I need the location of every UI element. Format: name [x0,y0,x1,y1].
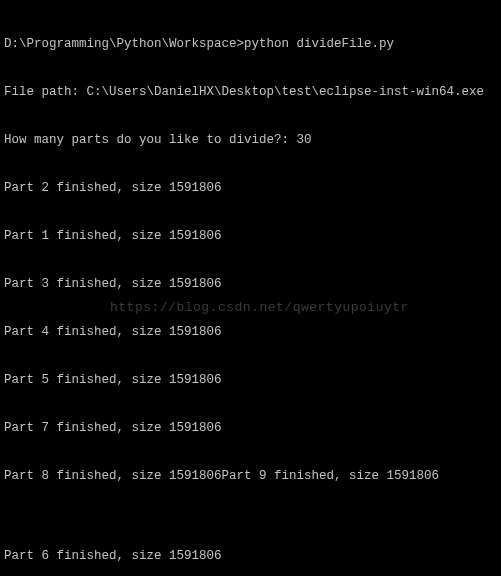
output-line: Part 4 finished, size 1591806 [4,324,501,340]
output-line: Part 5 finished, size 1591806 [4,372,501,388]
output-line: Part 7 finished, size 1591806 [4,420,501,436]
output-line: Part 6 finished, size 1591806 [4,548,501,564]
file-path-input-line: File path: C:\Users\DanielHX\Desktop\tes… [4,84,501,100]
terminal-window[interactable]: D:\Programming\Python\Workspace>python d… [0,0,501,576]
command-prompt-line: D:\Programming\Python\Workspace>python d… [4,36,501,52]
output-line: Part 3 finished, size 1591806 [4,276,501,292]
output-line: Part 8 finished, size 1591806Part 9 fini… [4,468,501,484]
watermark-text: https://blog.csdn.net/qwertyupoiuytr [110,300,409,316]
output-line: Part 2 finished, size 1591806 [4,180,501,196]
output-line: Part 1 finished, size 1591806 [4,228,501,244]
parts-prompt-line: How many parts do you like to divide?: 3… [4,132,501,148]
